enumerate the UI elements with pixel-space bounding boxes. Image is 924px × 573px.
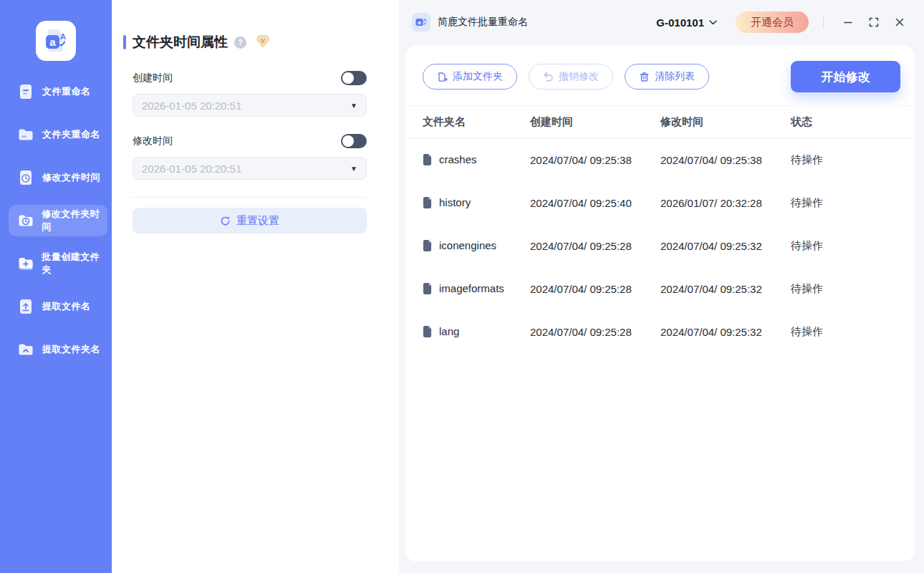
sidebar-item-batch-create-folder[interactable]: 批量创建文件夹 [9,248,107,279]
sidebar-item-label: 提取文件夹名 [42,343,100,356]
folder-name-cell: history [423,196,530,210]
maximize-button[interactable] [864,12,884,32]
app-title: 简鹿文件批量重命名 [438,16,528,29]
clear-list-label: 清除列表 [655,70,695,83]
file-icon [423,283,432,294]
toggle-knob [342,72,354,84]
sidebar-item-folder-rename[interactable]: 文件夹重命名 [9,119,107,150]
folder-name-cell: imageformats [423,282,530,296]
clear-list-button[interactable]: 清除列表 [625,64,709,90]
status: 待操作 [791,153,915,167]
file-icon [16,82,35,101]
trash-icon [639,72,650,82]
modified-time: 2024/07/04/ 09:25:32 [660,326,791,338]
toolbar: 添加文件夹 撤销修改 清除列表 开始修改 [405,45,915,105]
file-icon [423,326,432,337]
modified-time-value: 2026-01-05 20:20:51 [142,163,241,175]
folder-name-cell: iconengines [423,239,530,253]
file-plus-icon [437,72,448,82]
add-folder-label: 添加文件夹 [453,70,503,83]
sidebar-item-extract-folder-name[interactable]: 提取文件夹名 [9,334,107,365]
content-card: 添加文件夹 撤销修改 清除列表 开始修改 [405,45,915,562]
minimize-icon [843,17,853,27]
sidebar-nav: 文件重命名 文件夹重命名 修改文件时间 修改文件夹时间 批量创建文件夹 [0,76,112,377]
add-folder-button[interactable]: 添加文件夹 [423,64,517,90]
undo-icon [543,72,554,82]
sidebar-item-label: 文件重命名 [42,85,91,98]
refresh-icon [220,216,231,226]
file-icon [423,197,432,208]
folder-name-cell: crashes [423,153,530,167]
table-row[interactable]: crashes 2024/07/04/ 09:25:38 2024/07/04/… [405,138,915,181]
sidebar-item-label: 修改文件时间 [42,171,100,184]
sidebar-item-extract-file-name[interactable]: 提取文件名 [9,291,107,322]
sidebar-item-file-rename[interactable]: 文件重命名 [9,76,107,107]
modified-time: 2024/07/04/ 09:25:32 [660,283,791,295]
chevron-down-icon [709,20,717,25]
panel-title: 文件夹时间属性 [133,33,228,52]
settings-panel: 文件夹时间属性 ? V 创建时间 2026-01-05 20:20:51 ▼ 修… [112,0,399,573]
folder-clock-icon [16,211,34,230]
sidebar-item-label: 文件夹重命名 [42,128,100,141]
start-modify-button[interactable]: 开始修改 [791,61,900,92]
modified-time-label: 修改时间 [133,135,173,148]
col-header-created-time: 创建时间 [530,115,660,129]
folder-name: imageformats [439,282,504,296]
modified-time-field-head: 修改时间 [133,134,367,148]
table-row[interactable]: history 2024/07/04/ 09:25:40 2026/01/07/… [405,181,915,224]
titlebar-divider [823,16,824,28]
file-clock-icon [16,168,35,187]
created-time: 2024/07/04/ 09:25:28 [530,326,660,338]
open-vip-button[interactable]: 开通会员 [736,11,809,33]
table-header: 文件夹名 创建时间 修改时间 状态 [405,105,915,138]
toggle-knob [342,135,354,147]
col-header-folder-name: 文件夹名 [423,115,530,129]
col-header-status: 状态 [791,115,915,129]
sidebar-item-modify-folder-time[interactable]: 修改文件夹时间 [9,205,107,236]
sidebar: a A 文件重命名 文件夹重命名 修改文件时间 [0,0,112,573]
created-time-field-head: 创建时间 [133,71,367,85]
time-attributes-form: 创建时间 2026-01-05 20:20:51 ▼ 修改时间 2026-01-… [133,71,367,233]
table-body: crashes 2024/07/04/ 09:25:38 2024/07/04/… [405,138,915,353]
close-button[interactable] [890,12,910,32]
created-time-toggle[interactable] [341,71,367,85]
status: 待操作 [791,325,915,339]
created-time: 2024/07/04/ 09:25:38 [530,154,660,166]
table-row[interactable]: imageformats 2024/07/04/ 09:25:28 2024/0… [405,267,915,310]
svg-text:V: V [261,37,265,44]
svg-text:A: A [423,18,427,22]
svg-text:a: a [49,36,56,48]
close-icon [895,17,905,27]
reset-settings-label: 重置设置 [236,214,279,228]
table-row[interactable]: iconengines 2024/07/04/ 09:25:28 2024/07… [405,224,915,267]
main-region: a A 简鹿文件批量重命名 G-010101 开通会员 [399,0,924,573]
app-logo: a A [36,21,76,61]
status: 待操作 [791,196,915,210]
help-icon[interactable]: ? [234,37,246,49]
svg-text:A: A [60,32,66,41]
license-code-dropdown[interactable]: G-010101 [656,16,717,29]
minimize-button[interactable] [838,12,858,32]
sidebar-item-label: 提取文件名 [42,300,91,313]
file-export-icon [16,297,35,316]
created-time-select[interactable]: 2026-01-05 20:20:51 ▼ [133,94,367,117]
modified-time: 2024/07/04/ 09:25:32 [660,240,791,252]
folder-name: iconengines [439,239,496,253]
folder-name-cell: lang [423,325,530,339]
undo-button[interactable]: 撤销修改 [529,64,613,90]
status: 待操作 [791,239,915,253]
maximize-icon [869,17,879,27]
modified-time-select[interactable]: 2026-01-05 20:20:51 ▼ [133,157,367,180]
modified-time: 2026/01/07/ 20:32:28 [660,197,791,209]
reset-settings-button[interactable]: 重置设置 [133,208,367,233]
file-icon [423,240,432,251]
chevron-down-icon: ▼ [350,102,357,110]
sidebar-item-modify-file-time[interactable]: 修改文件时间 [9,162,107,193]
license-code: G-010101 [656,16,704,29]
file-icon [423,154,432,165]
table-row[interactable]: lang 2024/07/04/ 09:25:28 2024/07/04/ 09… [405,310,915,353]
svg-text:a: a [418,19,421,26]
modified-time-toggle[interactable] [341,134,367,148]
app-logo-icon: a A [42,27,70,55]
col-header-modified-time: 修改时间 [660,115,791,129]
